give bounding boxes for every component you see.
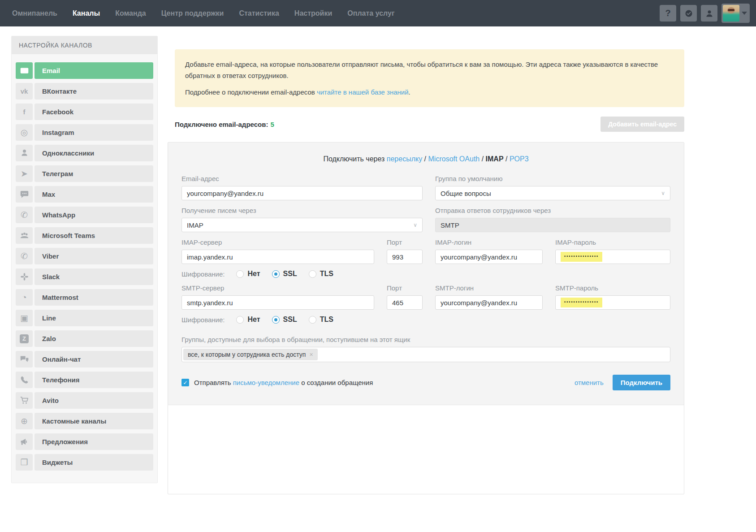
smtp-encryption-row: Шифрование:НетSSLTLS — [181, 316, 670, 324]
telegram-icon: ➤ — [16, 165, 33, 182]
password-mask: ••••••••••••••• — [561, 252, 602, 262]
sidebar-item-предложения[interactable]: Предложения — [16, 433, 153, 450]
imap-connect-form: Подключить через пересылку / Microsoft O… — [168, 143, 684, 405]
radio-icon — [236, 270, 244, 278]
cancel-link[interactable]: отменить — [575, 379, 604, 386]
knowledge-base-link[interactable]: читайте в нашей базе знаний — [317, 88, 409, 96]
verified-check-icon — [684, 9, 693, 18]
sidebar-item-viber[interactable]: ✆Viber — [16, 248, 153, 264]
connect-button[interactable]: Подключить — [613, 375, 670, 390]
sidebar-item-label: Facebook — [35, 104, 153, 120]
sidebar-item-slack[interactable]: Slack — [16, 268, 153, 285]
smtp-encryption-radio-ssl[interactable]: SSL — [272, 316, 297, 324]
sidebar-item-одноклассники[interactable]: Одноклассники — [16, 145, 153, 161]
status-badge-button[interactable] — [680, 5, 697, 22]
smtp-port-input[interactable]: 465 — [387, 295, 423, 310]
sidebar-item-телефония[interactable]: Телефония — [16, 372, 153, 388]
email-input[interactable]: yourcompany@yandex.ru — [181, 186, 423, 200]
help-button[interactable]: ? — [660, 5, 676, 22]
email-settings-panel: Подключить через пересылку / Microsoft O… — [168, 142, 684, 494]
sidebar-item-label: Телеграм — [35, 165, 153, 182]
topnav-item-омнипанель[interactable]: Омнипанель — [12, 9, 57, 17]
topnav-menu: ОмнипанельКаналыКомандаЦентр поддержкиСт… — [12, 9, 660, 17]
default-group-select[interactable]: Общие вопросы∨ — [435, 186, 670, 200]
smtp-login-label: SMTP-логин — [435, 284, 543, 292]
smtp-encryption-radio-нет[interactable]: Нет — [236, 316, 260, 324]
sidebar-item-label: WhatsApp — [35, 207, 153, 223]
topnav-item-каналы[interactable]: Каналы — [73, 9, 100, 17]
connect-via-prefix: Подключить через — [323, 155, 386, 163]
teams-people-icon — [16, 227, 33, 244]
receive-via-select[interactable]: IMAP∨ — [181, 218, 423, 232]
main-content: Добавьте email-адреса, на которые пользо… — [168, 36, 684, 494]
profile-button[interactable] — [701, 5, 717, 22]
odnoklassniki-icon — [16, 145, 33, 161]
sidebar-item-label: Телефония — [35, 372, 153, 388]
sidebar-item-label: Slack — [35, 268, 153, 285]
sidebar-item-виджеты[interactable]: ❒Виджеты — [16, 454, 153, 471]
top-navigation: ОмнипанельКаналыКомандаЦентр поддержкиСт… — [0, 0, 756, 26]
line-icon: ▣ — [16, 310, 33, 326]
imap-encryption-radio-нет[interactable]: Нет — [236, 270, 260, 278]
imap-encryption-radio-tls[interactable]: TLS — [309, 270, 333, 278]
sidebar-item-max[interactable]: Max — [16, 186, 153, 203]
connect-method-пересылку[interactable]: пересылку — [387, 155, 422, 163]
imap-encryption-label: Шифрование: — [181, 270, 225, 278]
sidebar-item-avito[interactable]: Avito — [16, 392, 153, 409]
topnav-item-статистика[interactable]: Статистика — [239, 9, 279, 17]
topnav-item-настройки[interactable]: Настройки — [294, 9, 332, 17]
sidebar-item-email[interactable]: Email — [16, 62, 153, 79]
separator: / — [480, 155, 485, 163]
topnav-actions: ? — [660, 4, 750, 23]
form-grid: Email-адрес yourcompany@yandex.ru Группа… — [181, 175, 670, 264]
groups-label: Группы, доступные для выбора в обращении… — [181, 336, 670, 343]
sidebar-item-онлайн-чат[interactable]: Онлайн-чат — [16, 351, 153, 368]
sidebar-item-label: Viber — [35, 248, 153, 264]
groups-multiselect[interactable]: все, к которым у сотрудника есть доступ … — [181, 347, 670, 362]
notify-text: Отправлять письмо-уведомление о создании… — [194, 379, 373, 386]
sidebar-item-label: Виджеты — [35, 454, 153, 471]
sidebar-item-label: ВКонтакте — [35, 83, 153, 99]
smtp-login-input[interactable]: yourcompany@yandex.ru — [435, 295, 543, 310]
notification-letter-link[interactable]: письмо-уведомление — [233, 379, 299, 386]
imap-password-input[interactable]: ••••••••••••••• — [555, 250, 670, 264]
topnav-item-оплата-услуг[interactable]: Оплата услуг — [347, 9, 394, 17]
sidebar-item-label: Одноклассники — [35, 145, 153, 161]
imap-login-input[interactable]: yourcompany@yandex.ru — [435, 250, 543, 264]
sidebar-item-instagram[interactable]: ◎Instagram — [16, 124, 153, 141]
sidebar-item-телеграм[interactable]: ➤Телеграм — [16, 165, 153, 182]
sidebar-item-zalo[interactable]: ZZalo — [16, 330, 153, 347]
group-tag: все, к которым у сотрудника есть доступ … — [183, 349, 318, 360]
smtp-password-input[interactable]: ••••••••••••••• — [555, 295, 670, 310]
topnav-item-команда[interactable]: Команда — [115, 9, 146, 17]
sidebar-item-facebook[interactable]: fFacebook — [16, 104, 153, 120]
connect-method-pop3[interactable]: POP3 — [510, 155, 529, 163]
sidebar-item-вконтакте[interactable]: vkВКонтакте — [16, 83, 153, 99]
topnav-item-центр-поддержки[interactable]: Центр поддержки — [161, 9, 224, 17]
info-text: Добавьте email-адреса, на которые пользо… — [185, 59, 674, 81]
sidebar-item-microsoft-teams[interactable]: Microsoft Teams — [16, 227, 153, 244]
notify-checkbox[interactable]: ✓ — [181, 379, 189, 386]
radio-label: SSL — [283, 270, 297, 278]
user-menu[interactable] — [721, 4, 750, 23]
connect-method-microsoft-oauth[interactable]: Microsoft OAuth — [428, 155, 480, 163]
vk-icon: vk — [16, 83, 33, 99]
sidebar-item-line[interactable]: ▣Line — [16, 310, 153, 326]
online-chat-icon — [16, 351, 33, 368]
sidebar-item-кастомные-каналы[interactable]: ⊕Кастомные каналы — [16, 413, 153, 429]
radio-label: TLS — [320, 316, 333, 324]
sidebar-item-mattermost[interactable]: ◔Mattermost — [16, 289, 153, 306]
widgets-icon: ❒ — [16, 454, 33, 471]
whatsapp-icon: ✆ — [16, 207, 33, 223]
imap-server-label: IMAP-сервер — [181, 238, 374, 246]
imap-port-input[interactable]: 993 — [387, 250, 423, 264]
imap-server-input[interactable]: imap.yandex.ru — [181, 250, 374, 264]
smtp-encryption-radio-tls[interactable]: TLS — [309, 316, 333, 324]
imap-encryption-radio-ssl[interactable]: SSL — [272, 270, 297, 278]
person-icon — [705, 9, 714, 18]
add-email-button[interactable]: Добавить email-адрес — [600, 117, 684, 132]
smtp-server-input[interactable]: smtp.yandex.ru — [181, 295, 374, 310]
sidebar-item-whatsapp[interactable]: ✆WhatsApp — [16, 207, 153, 223]
remove-tag-icon[interactable]: × — [309, 351, 313, 358]
sidebar-item-label: Microsoft Teams — [35, 227, 153, 244]
